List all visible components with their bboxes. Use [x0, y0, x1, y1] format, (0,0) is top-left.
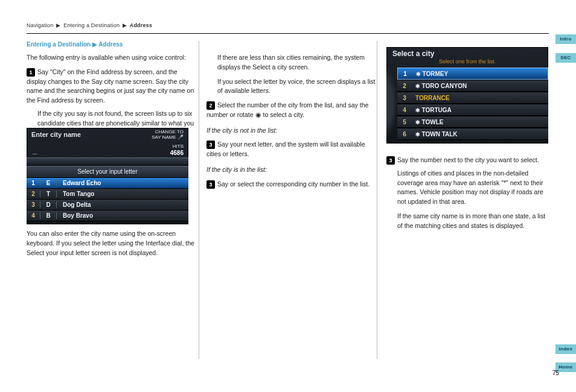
column-1-lower: You can also enter the city name using t…	[27, 229, 196, 262]
col2-step2-after: to select a city.	[261, 111, 305, 118]
col3-p2: If the same city name is in more than on…	[397, 212, 548, 231]
col1-step1-text: Say "City" on the Find address by screen…	[27, 68, 194, 104]
breadcrumb-2: Entering a Destination	[63, 22, 120, 28]
col1-step1: 1Say "City" on the Find address by scree…	[27, 68, 196, 106]
col2-sub-a: If the city is not in the list:	[206, 126, 376, 136]
tab-sec[interactable]: SEC	[555, 53, 576, 63]
col2-p1: If there are less than six cities remain…	[217, 53, 376, 72]
col1-after-shot: You can also enter the city name using t…	[27, 229, 196, 258]
col2-step3b-text: Say or select the corresponding city num…	[217, 180, 370, 188]
list-item: 2TTom Tango	[27, 189, 188, 200]
shot1-hits: HITS4686	[170, 144, 184, 156]
shot1-change-to: CHANGE TOSAY NAME 🎤	[152, 130, 184, 141]
screenshot-enter-city-name: Enter city name CHANGE TOSAY NAME 🎤 HITS…	[27, 128, 188, 224]
col2-sub-b: If the city is in the list:	[206, 165, 376, 175]
col2-step2: 2Select the number of the city from the …	[206, 101, 376, 120]
step-number-3: 3	[386, 156, 395, 165]
tab-index[interactable]: Index	[555, 344, 576, 354]
shot1-keyboard-bar	[27, 157, 188, 166]
tab-intro[interactable]: Intro	[555, 34, 576, 44]
step-number-2: 2	[206, 101, 215, 110]
shot1-cursor: _	[33, 146, 37, 155]
divider-top	[27, 33, 549, 34]
page-title: Entering a Destination ▶ Address	[27, 41, 123, 48]
breadcrumb: Navigation ▶ Entering a Destination ▶ Ad…	[27, 22, 152, 28]
column-2: If there are less than six cities remain…	[206, 53, 376, 192]
column-divider-1	[199, 41, 199, 359]
column-divider-2	[377, 41, 377, 359]
col2-step3a-text: Say your next letter, and the system wil…	[206, 141, 365, 157]
step-number-3a: 3	[206, 141, 215, 149]
breadcrumb-sep-2: ▶	[123, 22, 127, 28]
voice-icon: 🎤	[178, 134, 184, 140]
page-number: 75	[552, 370, 559, 376]
col2-step3b: 3Say or select the corresponding city nu…	[206, 180, 376, 189]
dial-icon: ◉	[255, 111, 261, 118]
list-item: 1EEdward Echo	[27, 178, 188, 189]
shot1-banner: Select your input letter	[27, 166, 188, 178]
list-item: 4BBoy Bravo	[27, 210, 188, 221]
col2-step3a: 3Say your next letter, and the system wi…	[206, 140, 376, 159]
column-3: 3Say the number next to the city you wan…	[386, 53, 548, 235]
shot1-title: Enter city name	[31, 131, 81, 138]
breadcrumb-sep-1: ▶	[56, 22, 60, 28]
breadcrumb-3: Address	[130, 22, 152, 28]
step-number-1: 1	[27, 68, 35, 77]
col3-p1: Listings of cities and places in the non…	[397, 169, 548, 207]
col3-step3: 3Say the number next to the city you wan…	[386, 156, 548, 165]
col2-p2: If you select the letter by voice, the s…	[217, 77, 376, 96]
col3-step3-text: Say the number next to the city you want…	[397, 156, 539, 163]
col1-intro: The following entry is available when us…	[27, 53, 196, 63]
breadcrumb-1: Navigation	[27, 22, 54, 28]
list-item: 3DDog Delta	[27, 200, 188, 210]
step-number-3b: 3	[206, 180, 215, 189]
shot1-rows: 1EEdward Echo 2TTom Tango 3DDog Delta 4B…	[27, 178, 188, 221]
